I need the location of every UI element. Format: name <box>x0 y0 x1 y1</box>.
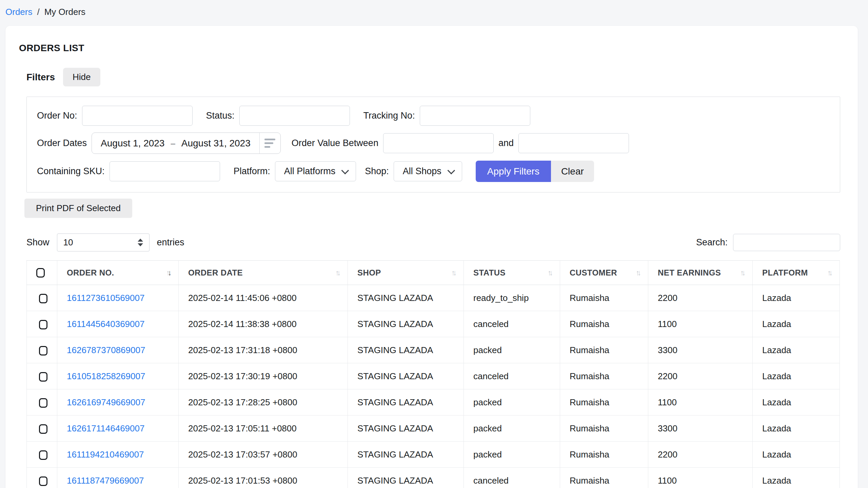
status-cell: packed <box>464 389 560 415</box>
order-date-cell: 2025-02-13 17:01:53 +0800 <box>179 468 348 488</box>
sort-icon: ↑↓ <box>335 268 341 277</box>
page-size-controls: Show 10 entries <box>26 233 184 251</box>
column-header-customer[interactable]: CUSTOMER ↑↓ <box>560 261 648 285</box>
entries-label: entries <box>157 237 184 248</box>
net-earnings-cell: 3300 <box>648 337 753 363</box>
breadcrumb-separator: / <box>37 7 39 17</box>
row-checkbox[interactable] <box>39 476 47 486</box>
filter-row-3: Containing SKU: Platform: All Platforms … <box>37 161 830 182</box>
row-checkbox[interactable] <box>39 424 47 434</box>
column-header-status[interactable]: STATUS ↑↓ <box>464 261 560 285</box>
order-value-min-input[interactable] <box>383 133 494 153</box>
filter-panel: Order No: Status: Tracking No: Order Dat… <box>26 97 840 192</box>
order-date-cell: 2025-02-14 11:38:38 +0800 <box>179 311 348 337</box>
search-input[interactable] <box>733 234 840 251</box>
date-range-start: August 1, 2023 <box>101 138 164 149</box>
row-checkbox[interactable] <box>39 450 47 460</box>
status-label: Status: <box>206 110 235 121</box>
order-value-max-input[interactable] <box>518 133 629 153</box>
net-earnings-cell: 1100 <box>648 468 753 488</box>
page-title: ORDERS LIST <box>19 43 840 54</box>
order-no-label: Order No: <box>37 110 77 121</box>
order-no-link[interactable]: 1626171146469007 <box>67 423 144 433</box>
shop-cell: STAGING LAZADA <box>348 415 464 442</box>
tracking-no-label: Tracking No: <box>363 110 415 121</box>
search-label: Search: <box>696 237 728 248</box>
table-row: 1610518258269007 2025-02-13 17:30:19 +08… <box>27 363 840 389</box>
column-header-shop[interactable]: SHOP ↑↓ <box>348 261 464 285</box>
show-label: Show <box>26 237 50 248</box>
platform-cell: Lazada <box>753 442 840 468</box>
orders-table: ORDER NO. ↑↓ ORDER DATE ↑↓ SHOP ↑↓ STATU… <box>26 260 840 488</box>
row-checkbox[interactable] <box>39 294 47 303</box>
row-checkbox[interactable] <box>39 320 47 329</box>
shop-cell: STAGING LAZADA <box>348 389 464 415</box>
column-header-net-earnings[interactable]: NET EARNINGS ↑↓ <box>648 261 753 285</box>
tracking-no-input[interactable] <box>420 106 530 126</box>
filters-header: Filters Hide <box>26 68 840 86</box>
net-earnings-cell: 2200 <box>648 285 753 311</box>
order-no-link[interactable]: 1626169749669007 <box>67 397 145 407</box>
column-header-order-date[interactable]: ORDER DATE ↑↓ <box>179 261 348 285</box>
status-cell: canceled <box>464 311 560 337</box>
filter-row-1: Order No: Status: Tracking No: <box>37 106 830 126</box>
table-row: 1626169749669007 2025-02-13 17:28:25 +08… <box>27 389 840 415</box>
order-dates-range-picker[interactable]: August 1, 2023 – August 31, 2023 <box>92 133 281 154</box>
filters-label: Filters <box>26 72 55 83</box>
order-no-link[interactable]: 1610518258269007 <box>67 371 145 381</box>
order-no-link[interactable]: 1611187479669007 <box>67 475 144 486</box>
row-checkbox[interactable] <box>39 346 47 355</box>
clear-filters-button[interactable]: Clear <box>551 161 594 182</box>
sort-icon: ↑↓ <box>548 268 553 277</box>
shop-select[interactable]: All Shops <box>394 161 462 181</box>
platform-cell: Lazada <box>753 363 840 389</box>
platform-select-value: All Platforms <box>284 166 336 177</box>
containing-sku-input[interactable] <box>110 161 220 181</box>
status-cell: canceled <box>464 468 560 488</box>
breadcrumb-current: My Orders <box>44 7 85 17</box>
sort-icon: ↑↓ <box>827 268 833 277</box>
platform-cell: Lazada <box>753 337 840 363</box>
page-size-select[interactable]: 10 <box>57 233 150 251</box>
order-no-link[interactable]: 1611445640369007 <box>67 319 144 329</box>
list-controls: Show 10 entries Search: <box>26 233 840 251</box>
shop-label: Shop: <box>365 166 389 177</box>
order-no-input[interactable] <box>82 106 193 126</box>
status-cell: ready_to_ship <box>464 285 560 311</box>
order-date-cell: 2025-02-13 17:30:19 +0800 <box>179 363 348 389</box>
stepper-arrows-icon <box>138 239 143 246</box>
row-checkbox[interactable] <box>39 372 47 382</box>
platform-cell: Lazada <box>753 468 840 488</box>
status-cell: packed <box>464 337 560 363</box>
order-no-link[interactable]: 1611273610569007 <box>67 293 144 303</box>
select-all-checkbox[interactable] <box>36 268 45 278</box>
status-input[interactable] <box>239 106 350 126</box>
shop-select-value: All Shops <box>403 166 441 177</box>
breadcrumb-orders-link[interactable]: Orders <box>5 7 32 17</box>
customer-cell: Rumaisha <box>560 389 648 415</box>
customer-cell: Rumaisha <box>560 415 648 442</box>
column-header-platform[interactable]: PLATFORM ↑↓ <box>753 261 840 285</box>
platform-cell: Lazada <box>753 285 840 311</box>
containing-sku-label: Containing SKU: <box>37 166 105 177</box>
date-range-end: August 31, 2023 <box>181 138 251 149</box>
filter-actions: Apply Filters Clear <box>476 161 594 182</box>
order-no-link[interactable]: 1626787370869007 <box>67 345 145 355</box>
order-no-link[interactable]: 1611194210469007 <box>67 449 144 460</box>
platform-cell: Lazada <box>753 415 840 442</box>
platform-select[interactable]: All Platforms <box>275 161 356 181</box>
date-range-presets-icon[interactable] <box>259 133 280 154</box>
customer-cell: Rumaisha <box>560 363 648 389</box>
chevron-down-icon <box>447 166 455 174</box>
status-cell: packed <box>464 415 560 442</box>
print-pdf-button[interactable]: Print PDF of Selected <box>24 199 132 218</box>
column-header-order-no[interactable]: ORDER NO. ↑↓ <box>57 261 179 285</box>
hide-filters-button[interactable]: Hide <box>63 68 100 86</box>
customer-cell: Rumaisha <box>560 468 648 488</box>
order-date-cell: 2025-02-13 17:03:57 +0800 <box>179 442 348 468</box>
table-row: 1611445640369007 2025-02-14 11:38:38 +08… <box>27 311 840 337</box>
orders-card: ORDERS LIST Filters Hide Order No: Statu… <box>5 26 858 488</box>
apply-filters-button[interactable]: Apply Filters <box>476 161 551 182</box>
customer-cell: Rumaisha <box>560 285 648 311</box>
row-checkbox[interactable] <box>39 398 47 408</box>
